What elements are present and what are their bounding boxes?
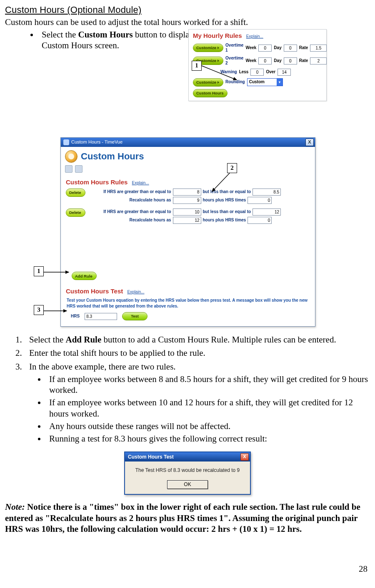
r1-recalc-input[interactable] [173, 197, 201, 204]
page-number: 28 [5, 563, 370, 574]
warn-over-label: Over [266, 69, 275, 75]
bullet-pre: Select the [42, 30, 78, 40]
test-subtitle-text: Custom Hours Test [66, 288, 123, 295]
test-button[interactable]: Test [122, 312, 148, 320]
r2-recalc-label: Recalculate hours as [88, 218, 171, 223]
round-label: Rounding [225, 79, 245, 85]
rule-block-2: Delete If HRS are greater than or equal … [61, 208, 315, 228]
ot1-week-label: Week [245, 45, 256, 51]
fig2-titlebar-text: Custom Hours - TimeVue [71, 139, 122, 145]
figure-hourly-rules: My Hourly Rules Explain... Customize Ove… [188, 29, 327, 101]
fig2-titlebar: Custom Hours - TimeVue X [61, 138, 315, 147]
ot1-rate-label: Rate [299, 45, 308, 51]
rule-block-1: Delete If HRS are greater than or equal … [61, 188, 315, 208]
r2-lte-label: but less than or equal to [203, 209, 251, 215]
note-paragraph: Note: Notice there is a "times" box in t… [5, 501, 370, 534]
msgbox-title: Custom Hours Test [128, 454, 174, 460]
ot2-day-label: Day [274, 58, 281, 64]
test-description: Test your Custom Hours equation by enter… [61, 297, 315, 311]
top-bullet: Select the Custom Hours button to displa… [38, 29, 213, 51]
ot2-week-label: Week [245, 58, 256, 64]
round-select-value: Custom [249, 79, 265, 85]
warn-less-label: Less [239, 69, 249, 75]
ot2-label: Overtime 2 [225, 56, 243, 66]
note-prefix: Note: [5, 502, 25, 512]
custom-hours-button[interactable]: Custom Hours [193, 89, 228, 97]
fig1-title: My Hourly Rules Explain... [189, 30, 326, 42]
ot1-week-input[interactable] [258, 45, 272, 52]
note-body: Notice there is a "times" box in the low… [5, 502, 360, 534]
r2-plus-label: hours plus HRS times [203, 218, 246, 223]
callout-1b: 1 [34, 266, 44, 276]
fig2-heading: Custom Hours [81, 151, 144, 162]
customize-button-1[interactable]: Customize [193, 44, 223, 52]
step1-bold: Add Rule [65, 335, 101, 345]
ot2-rate-input[interactable] [310, 57, 327, 65]
step-1: Select the Add Rule button to add a Cust… [24, 334, 370, 345]
step3-text: In the above example, there are two rule… [29, 362, 176, 372]
hrs-input[interactable] [85, 313, 117, 320]
r1-lte-input[interactable] [252, 189, 281, 196]
close-button[interactable]: X [305, 139, 314, 146]
figure-test-msgbox: Custom Hours Test X The Test HRS of 8.3 … [124, 452, 251, 495]
ot2-week-input[interactable] [258, 57, 272, 65]
rules-subtitle-text: Custom Hours Rules [66, 179, 128, 186]
warn-less-input[interactable] [250, 69, 264, 76]
step-3c: Any hours outside these ranges will not … [46, 421, 370, 432]
hrs-label: HRS [71, 314, 80, 319]
step-3b: If an employee works between 10 and 12 h… [46, 397, 370, 419]
msgbox-close-button[interactable]: X [240, 453, 249, 461]
ot2-day-input[interactable] [284, 57, 297, 65]
step-3d: Running a test for 8.3 hours gives the f… [46, 433, 370, 444]
warn-over-input[interactable] [278, 69, 291, 76]
figure-custom-hours-window: Custom Hours - TimeVue X Custom Hours Cu… [60, 137, 315, 327]
fig1-explain-link[interactable]: Explain... [246, 34, 263, 39]
step-3: In the above example, there are two rule… [24, 361, 370, 444]
compass-icon [65, 150, 78, 163]
r1-gte-input[interactable] [173, 189, 201, 196]
ot1-day-label: Day [274, 45, 281, 51]
test-subtitle: Custom Hours Test Explain... [61, 284, 315, 297]
rules-explain-link[interactable]: Explain... [132, 181, 149, 185]
r1-times-input[interactable] [248, 197, 272, 204]
bullet-bold: Custom Hours [78, 30, 132, 40]
step1-post: button to add a Custom Hours Rule. Multi… [101, 335, 336, 345]
warn-label: Warning [220, 69, 237, 75]
rules-subtitle: Custom Hours Rules Explain... [61, 175, 315, 188]
app-icon [63, 139, 69, 145]
r1-gte-label: If HRS are greater than or equal to [88, 189, 171, 195]
save-icon[interactable] [65, 165, 72, 173]
callout-2: 2 [227, 163, 237, 173]
delete-button-2[interactable]: Delete [66, 208, 85, 217]
r2-lte-input[interactable] [252, 208, 281, 216]
callout-1a: 1 [192, 61, 202, 71]
round-select[interactable]: Custom ▾ [247, 78, 283, 86]
r2-times-input[interactable] [248, 217, 272, 224]
ot1-day-input[interactable] [284, 45, 297, 52]
step1-pre: Select the [29, 335, 65, 345]
fig1-title-text: My Hourly Rules [193, 32, 242, 39]
r1-plus-label: hours plus HRS times [203, 198, 246, 203]
add-rule-button[interactable]: Add Rule [72, 272, 97, 280]
customize-button-3[interactable]: Customize [193, 78, 223, 87]
step-3a: If an employee works between 8 and 8.5 h… [46, 374, 370, 396]
chevron-down-icon: ▾ [277, 79, 282, 86]
r2-gte-input[interactable] [173, 208, 201, 216]
ot2-rate-label: Rate [299, 58, 308, 64]
intro-text: Custom hours can be used to adjust the t… [5, 17, 370, 27]
r1-recalc-label: Recalculate hours as [88, 198, 171, 203]
ot1-label: Overtime 1 [225, 43, 243, 53]
ot1-rate-input[interactable] [310, 45, 327, 52]
delete-button-1[interactable]: Delete [66, 189, 85, 197]
msgbox-message: The Test HRS of 8.3 would be recalculate… [125, 461, 250, 476]
callout-3: 3 [34, 305, 44, 315]
step-2: Enter the total shift hours to be applie… [24, 347, 370, 358]
print-icon[interactable] [75, 165, 82, 173]
test-explain-link[interactable]: Explain... [127, 290, 144, 294]
steps-list: Select the Add Rule button to add a Cust… [24, 334, 370, 444]
r2-recalc-input[interactable] [173, 217, 201, 224]
r1-lte-label: but less than or equal to [203, 189, 251, 195]
ok-button[interactable]: OK [167, 480, 208, 489]
section-title: Custom Hours (Optional Module) [5, 4, 370, 16]
r2-gte-label: If HRS are greater than or equal to [88, 209, 171, 215]
